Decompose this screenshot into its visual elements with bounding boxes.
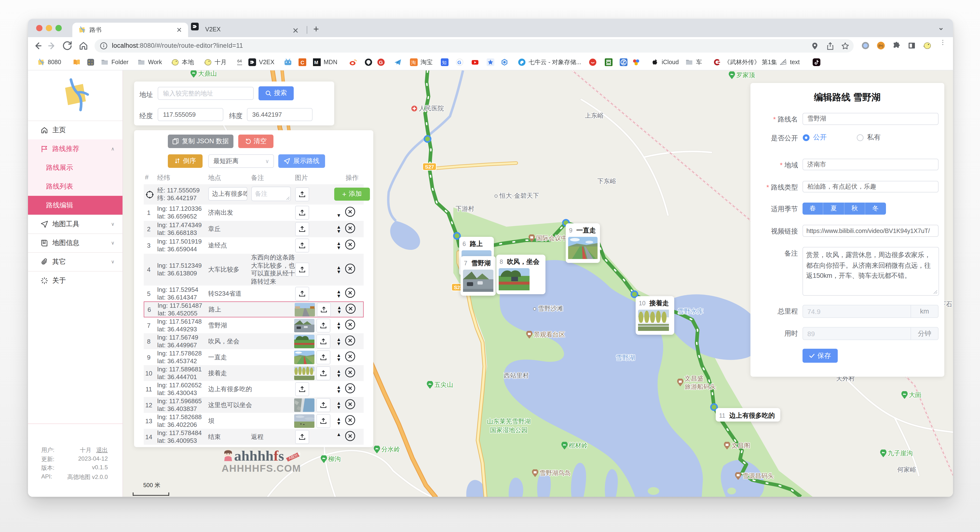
svg-text:M: M <box>314 60 318 65</box>
svg-text:Base: Base <box>237 64 242 66</box>
svg-text:A姐分享: A姐分享 <box>288 451 301 460</box>
svg-text:64: 64 <box>237 59 242 64</box>
svg-text:淘: 淘 <box>411 60 416 65</box>
svg-text:÷: ÷ <box>91 62 93 65</box>
svg-text:知: 知 <box>442 60 447 65</box>
svg-text:×: × <box>88 62 90 65</box>
svg-text:S27: S27 <box>425 164 434 170</box>
svg-text:C: C <box>301 60 304 65</box>
svg-text:{f+}: {f+} <box>878 44 883 47</box>
svg-text:G: G <box>457 60 461 65</box>
svg-text:G: G <box>379 60 383 65</box>
